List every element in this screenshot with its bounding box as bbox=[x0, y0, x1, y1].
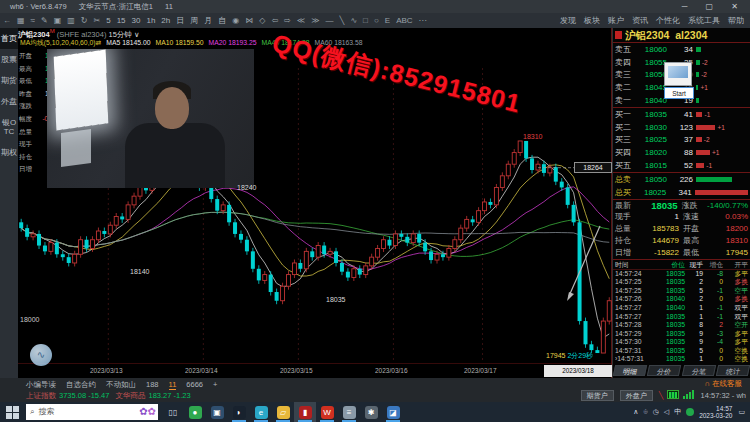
popup-start-button[interactable]: Start bbox=[664, 87, 694, 99]
toolbar-icon-right-12[interactable]: E bbox=[382, 13, 393, 28]
book-row-ask-0[interactable]: 卖五1806034 bbox=[613, 43, 750, 56]
period-button-周[interactable]: 周 bbox=[187, 13, 201, 28]
period-button-30[interactable]: 30 bbox=[129, 13, 144, 28]
sidebar-item-4[interactable]: 银OTC bbox=[0, 112, 18, 142]
toolbar-icon-right-2[interactable]: ◇ bbox=[256, 13, 268, 28]
toolbar-icon-right-8[interactable]: ╲ bbox=[337, 13, 348, 28]
toolbar-icon-right-6[interactable]: ≫ bbox=[308, 13, 322, 28]
period-button-15[interactable]: 15 bbox=[114, 13, 129, 28]
toolbar-icon-right-3[interactable]: ⇦ bbox=[268, 13, 281, 28]
label-countdown: 2分29秒 bbox=[567, 352, 593, 359]
toolbar-icon-left-4[interactable]: ▣ bbox=[51, 13, 65, 28]
tray-mic-icon[interactable]: ⌾ bbox=[643, 408, 647, 416]
bottom-tab-2[interactable]: 不动如山 bbox=[106, 380, 136, 389]
book-row-ask-0[interactable]: 总卖18050226 bbox=[613, 173, 750, 186]
taskbar-task-view[interactable]: ▯▯ bbox=[162, 402, 184, 422]
bottom-tab-6[interactable]: + bbox=[213, 380, 217, 389]
sidebar-item-2[interactable]: 期货 bbox=[0, 70, 18, 91]
price-line-label[interactable]: 18264 bbox=[574, 162, 612, 173]
taskbar-clock[interactable]: 14:572023-03-20 bbox=[699, 405, 732, 420]
ime-indicator[interactable]: 中 bbox=[674, 407, 681, 417]
alert-flag-icon bbox=[615, 31, 622, 39]
toolbar-icon-right-7[interactable]: — bbox=[323, 13, 337, 28]
taskbar-app-photos[interactable]: ◪ bbox=[382, 402, 404, 422]
menu-item-5[interactable]: 系统工具 bbox=[688, 16, 720, 25]
sidebar-item-1[interactable]: 股票 bbox=[0, 49, 18, 70]
taskbar-app-edge[interactable]: e bbox=[250, 402, 272, 422]
sidebar-item-0[interactable]: 首页 bbox=[0, 28, 18, 49]
toolbar-icon-left-6[interactable]: ↻ bbox=[78, 13, 91, 28]
taskbar-app-wps[interactable]: W bbox=[316, 402, 338, 422]
bottom-tab-0[interactable]: 小编导读 bbox=[26, 380, 56, 389]
panel-tab-分笔[interactable]: 分笔 bbox=[681, 365, 716, 376]
book-row-bid-2[interactable]: 买三1802537-2 bbox=[613, 134, 750, 147]
tick-row-10: ›14:57:311803510空换 bbox=[613, 355, 750, 364]
app-edge-icon: e bbox=[255, 406, 268, 419]
tray-clock-icon[interactable]: ◷ bbox=[653, 408, 659, 416]
tray-chevron-icon[interactable]: ∧ bbox=[633, 408, 638, 416]
toolbar-icon-left-0[interactable]: ← bbox=[0, 13, 14, 28]
book-row-bid-1[interactable]: 买二18030123+1 bbox=[613, 121, 750, 134]
toolbar-icon-left-5[interactable]: ▥ bbox=[64, 13, 78, 28]
sidebar-item-3[interactable]: 外盘 bbox=[0, 91, 18, 112]
menu-item-3[interactable]: 资讯 bbox=[632, 16, 648, 25]
period-button-2h[interactable]: 2h bbox=[158, 13, 173, 28]
period-button-自[interactable]: 自 bbox=[215, 13, 229, 28]
tray-status-icon[interactable] bbox=[686, 408, 694, 416]
menu-item-1[interactable]: 板块 bbox=[584, 16, 600, 25]
toolbar-icon-right-13[interactable]: ABC bbox=[393, 13, 415, 28]
period-button-1h[interactable]: 1h bbox=[143, 13, 158, 28]
panel-tab-分价[interactable]: 分价 bbox=[647, 365, 682, 376]
toolbar-icon-left-3[interactable]: ✎ bbox=[38, 13, 51, 28]
toolbar-icon-right-10[interactable]: □ bbox=[360, 13, 371, 28]
bottom-tab-3[interactable]: 188 bbox=[146, 380, 159, 389]
sidebar-item-5[interactable]: 期权 bbox=[0, 142, 18, 163]
panel-symbol-header[interactable]: 沪铝2304 al2304 bbox=[613, 28, 750, 43]
taskbar-app-wh6[interactable]: ▮ bbox=[294, 402, 316, 422]
toolbar-icon-left-2[interactable]: ≈ bbox=[28, 13, 38, 28]
capture-popup[interactable]: Start bbox=[664, 62, 698, 104]
bottom-tab-4[interactable]: 11 bbox=[169, 380, 177, 390]
online-service-link[interactable]: ∩ 在线客服 bbox=[704, 378, 742, 389]
taskbar-app-green[interactable]: ● bbox=[184, 402, 206, 422]
menu-item-0[interactable]: 发现 bbox=[560, 16, 576, 25]
taskbar-app-doc[interactable]: ≡ bbox=[338, 402, 360, 422]
book-row-bid-1[interactable]: 总买18025341 bbox=[613, 186, 750, 199]
tray-volume-icon[interactable]: ◁ bbox=[664, 408, 669, 416]
date-tick-4: 2023/03/17 bbox=[464, 367, 497, 374]
toolbar-icon-right-4[interactable]: ⇨ bbox=[281, 13, 294, 28]
toolbar-icon-right-9[interactable]: ∿ bbox=[347, 13, 360, 28]
taskbar-app-store[interactable]: ▣ bbox=[206, 402, 228, 422]
chart-area[interactable]: 开盘18140最高18160最低18130昨盘18160涨跌-15幅度-0.06… bbox=[18, 48, 612, 378]
menu-item-2[interactable]: 账户 bbox=[608, 16, 624, 25]
taskbar-app-settings[interactable]: ✱ bbox=[360, 402, 382, 422]
window-controls[interactable]: ─ ▢ ✕ bbox=[682, 0, 746, 13]
futures-account-button[interactable]: 期货户 bbox=[581, 390, 614, 401]
book-row-bid-4[interactable]: 买五1801552-1 bbox=[613, 159, 750, 172]
period-button-日[interactable]: 日 bbox=[173, 13, 187, 28]
start-button[interactable] bbox=[0, 402, 24, 422]
toolbar-icon-right-5[interactable]: ≪ bbox=[294, 13, 308, 28]
book-row-bid-0[interactable]: 买一1803541-1 bbox=[613, 108, 750, 121]
toolbar-icon-right-11[interactable]: ○ bbox=[371, 13, 382, 28]
toolbar-icon-left-7[interactable]: ✂ bbox=[90, 13, 103, 28]
period-button-5[interactable]: 5 bbox=[103, 13, 113, 28]
toolbar-icon-right-14[interactable]: ⋯ bbox=[416, 13, 430, 28]
panel-tab-明细[interactable]: 明细 bbox=[613, 365, 648, 376]
period-button-月[interactable]: 月 bbox=[201, 13, 215, 28]
notification-icon[interactable]: ▭ bbox=[738, 408, 745, 416]
task-view-icon: ▯▯ bbox=[167, 406, 180, 419]
overseas-account-button[interactable]: 外盘户 bbox=[620, 390, 653, 401]
bottom-tab-1[interactable]: 自选合约 bbox=[66, 380, 96, 389]
toolbar-icon-right-1[interactable]: ⋈ bbox=[242, 13, 256, 28]
bottom-tab-5[interactable]: 6666 bbox=[186, 380, 203, 389]
toolbar-icon-right-0[interactable]: ◉ bbox=[229, 13, 242, 28]
panel-tab-统计[interactable]: 统计 bbox=[716, 365, 750, 376]
book-row-bid-3[interactable]: 买四1802088+1 bbox=[613, 146, 750, 159]
taskbar-search-box[interactable]: ⌕搜索 ✿✿ bbox=[26, 404, 158, 420]
taskbar-app-explorer[interactable]: ▱ bbox=[272, 402, 294, 422]
taskbar-app-penguin[interactable]: ◗ bbox=[228, 402, 250, 422]
menu-item-4[interactable]: 个性化 bbox=[656, 16, 680, 25]
menu-item-6[interactable]: 帮助 bbox=[728, 16, 744, 25]
toolbar-icon-left-1[interactable]: ▦ bbox=[14, 13, 28, 28]
